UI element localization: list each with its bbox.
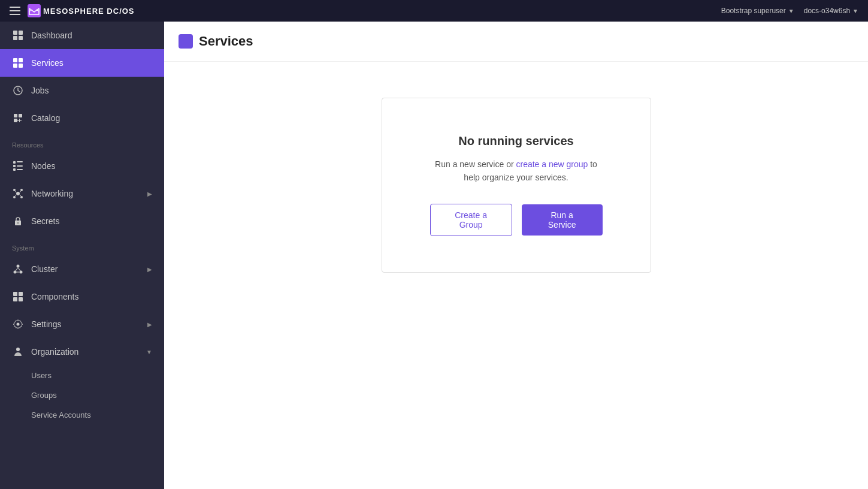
- logo: MESOSPHERE DC/OS: [28, 4, 135, 17]
- sidebar-item-label: Services: [31, 58, 63, 68]
- main-content: Services No running services Run a new s…: [164, 22, 868, 489]
- networking-chevron: ▶: [147, 191, 152, 197]
- sidebar-item-components[interactable]: Components: [0, 283, 164, 310]
- empty-state-heading: No running services: [430, 134, 603, 148]
- cluster-menu[interactable]: docs-o34w6sh ▼: [804, 7, 858, 15]
- user-menu-caret: ▼: [788, 8, 794, 14]
- sidebar-sub-item-label: Groups: [31, 391, 57, 400]
- cluster-icon: [12, 263, 24, 275]
- sidebar-item-label: Cluster: [31, 264, 58, 274]
- svg-point-25: [20, 196, 23, 198]
- svg-rect-11: [19, 114, 22, 117]
- sidebar-item-label: Nodes: [31, 161, 55, 171]
- svg-rect-5: [13, 58, 17, 62]
- svg-line-35: [16, 268, 18, 271]
- svg-rect-3: [13, 36, 17, 40]
- top-navigation: MESOSPHERE DC/OS Bootstrap superuser ▼ d…: [0, 0, 868, 22]
- sidebar-item-label: Organization: [31, 347, 78, 357]
- catalog-icon: [12, 112, 24, 124]
- sidebar-item-label: Components: [31, 292, 78, 301]
- svg-point-34: [20, 271, 23, 274]
- resources-section-label: Resources: [0, 132, 164, 152]
- svg-line-27: [20, 191, 21, 192]
- brand-name: MESOSPHERE DC/OS: [43, 7, 135, 16]
- organization-chevron: ▼: [146, 349, 152, 355]
- empty-state-card: No running services Run a new service or…: [382, 98, 651, 273]
- svg-rect-16: [13, 165, 16, 167]
- svg-rect-6: [19, 58, 23, 62]
- svg-rect-10: [14, 114, 17, 117]
- empty-state-container: No running services Run a new service or…: [164, 62, 868, 309]
- svg-point-23: [20, 189, 23, 191]
- logo-icon: [28, 4, 41, 17]
- cluster-menu-caret: ▼: [852, 8, 858, 14]
- sidebar-item-cluster[interactable]: Cluster ▶: [0, 255, 164, 283]
- page-header: Services: [164, 22, 868, 62]
- svg-rect-39: [19, 292, 23, 296]
- dashboard-icon: [12, 29, 24, 41]
- networking-icon: [12, 188, 24, 200]
- svg-rect-17: [13, 168, 16, 171]
- sidebar-item-label: Settings: [31, 319, 62, 329]
- organization-icon: [12, 346, 24, 358]
- svg-rect-15: [13, 161, 16, 164]
- sidebar-item-label: Jobs: [31, 86, 49, 95]
- system-section-label: System: [0, 235, 164, 255]
- nav-right: Bootstrap superuser ▼ docs-o34w6sh ▼: [721, 7, 858, 15]
- sidebar-sub-item-service-accounts[interactable]: Service Accounts: [0, 405, 164, 425]
- svg-rect-38: [13, 292, 17, 296]
- sidebar-sub-item-groups[interactable]: Groups: [0, 385, 164, 405]
- svg-point-22: [13, 189, 16, 191]
- settings-chevron: ▶: [147, 321, 152, 328]
- run-service-button[interactable]: Run a Service: [522, 204, 603, 236]
- svg-point-43: [16, 348, 20, 351]
- svg-rect-12: [14, 119, 17, 122]
- svg-rect-4: [19, 36, 23, 40]
- sidebar-item-secrets[interactable]: Secrets: [0, 207, 164, 235]
- svg-rect-40: [13, 297, 17, 301]
- cluster-chevron: ▶: [147, 266, 152, 273]
- user-menu[interactable]: Bootstrap superuser ▼: [721, 7, 794, 15]
- svg-rect-7: [13, 64, 17, 68]
- svg-point-32: [17, 265, 20, 268]
- svg-point-31: [17, 222, 19, 224]
- svg-rect-19: [17, 165, 23, 167]
- sidebar-sub-item-label: Service Accounts: [31, 410, 91, 419]
- sidebar-item-networking[interactable]: Networking ▶: [0, 180, 164, 207]
- svg-line-26: [15, 191, 16, 192]
- create-group-link[interactable]: create a new group: [516, 159, 588, 169]
- svg-point-33: [14, 271, 17, 274]
- nav-left: MESOSPHERE DC/OS: [10, 4, 135, 17]
- sidebar-item-jobs[interactable]: Jobs: [0, 77, 164, 104]
- page-title: Services: [199, 34, 253, 49]
- svg-rect-14: [17, 120, 22, 121]
- svg-point-42: [17, 323, 20, 326]
- app-body: Dashboard Services Jobs: [0, 22, 868, 489]
- svg-rect-8: [19, 64, 23, 68]
- sidebar-item-settings[interactable]: Settings ▶: [0, 310, 164, 338]
- svg-point-24: [13, 196, 16, 198]
- svg-rect-18: [17, 161, 23, 162]
- jobs-icon: [12, 84, 24, 96]
- nodes-icon: [12, 160, 24, 172]
- sidebar-sub-item-users[interactable]: Users: [0, 366, 164, 385]
- create-group-button[interactable]: Create a Group: [430, 204, 512, 236]
- empty-state-description: Run a new service or create a new group …: [430, 158, 603, 185]
- sidebar: Dashboard Services Jobs: [0, 22, 164, 489]
- sidebar-item-services[interactable]: Services: [0, 49, 164, 77]
- sidebar-item-organization[interactable]: Organization ▼: [0, 338, 164, 366]
- hamburger-menu[interactable]: [10, 7, 20, 15]
- components-icon: [12, 291, 24, 303]
- sidebar-item-label: Dashboard: [31, 31, 72, 40]
- sidebar-item-catalog[interactable]: Catalog: [0, 104, 164, 132]
- sidebar-sub-item-label: Users: [31, 371, 52, 380]
- sidebar-item-nodes[interactable]: Nodes: [0, 152, 164, 180]
- svg-point-21: [16, 192, 20, 195]
- sidebar-item-dashboard[interactable]: Dashboard: [0, 22, 164, 49]
- svg-rect-41: [19, 297, 23, 301]
- sidebar-item-label: Networking: [31, 189, 73, 198]
- svg-line-29: [20, 195, 21, 196]
- secrets-icon: [12, 215, 24, 227]
- svg-rect-20: [17, 169, 23, 170]
- empty-state-actions: Create a Group Run a Service: [430, 204, 603, 236]
